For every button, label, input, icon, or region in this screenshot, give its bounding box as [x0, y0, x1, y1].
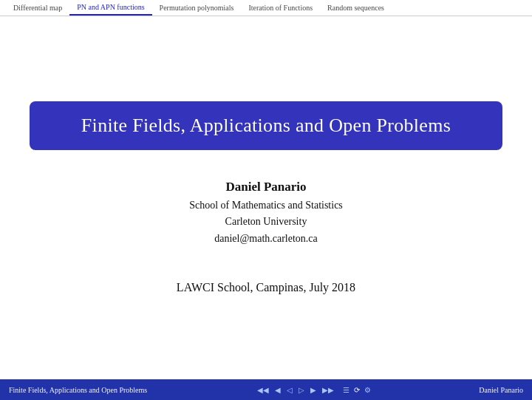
nav-right-button[interactable]: ▷	[297, 386, 306, 394]
footer-right-text: Daniel Panario	[479, 386, 523, 394]
author-affiliation-line1: School of Mathematics and Statistics	[189, 197, 343, 214]
author-name: Daniel Panario	[189, 180, 343, 194]
bottom-bar: Finite Fields, Applications and Open Pro…	[0, 379, 532, 400]
nav-next-button[interactable]: ▶	[309, 386, 318, 394]
nav-iteration-of-functions[interactable]: Iteration of Functions	[241, 0, 320, 16]
author-university: Carleton University	[189, 214, 343, 230]
nav-first-button[interactable]: ◀◀	[256, 386, 270, 394]
search-icon[interactable]: ⟳	[354, 386, 360, 394]
footer-left-text: Finite Fields, Applications and Open Pro…	[9, 386, 147, 394]
settings-icon[interactable]: ⚙	[364, 386, 371, 394]
nav-random-sequences[interactable]: Random sequences	[320, 0, 392, 16]
top-navigation: Differential map PN and APN functions Pe…	[0, 0, 532, 16]
slide-title: Finite Fields, Applications and Open Pro…	[81, 115, 451, 136]
nav-differential-map[interactable]: Differential map	[6, 0, 69, 16]
bookmark-icon[interactable]: ☰	[343, 386, 349, 394]
author-email: daniel@math.carleton.ca	[189, 231, 343, 247]
author-section: Daniel Panario School of Mathematics and…	[189, 180, 343, 247]
slide-title-box: Finite Fields, Applications and Open Pro…	[30, 101, 502, 150]
slide-content: Finite Fields, Applications and Open Pro…	[0, 16, 532, 379]
nav-prev-button[interactable]: ◀	[273, 386, 282, 394]
nav-pn-apn-functions[interactable]: PN and APN functions	[69, 0, 151, 16]
conference-info: LAWCI School, Campinas, July 2018	[177, 281, 355, 294]
conference-section: LAWCI School, Campinas, July 2018	[177, 281, 355, 294]
nav-left-button[interactable]: ◁	[285, 386, 294, 394]
nav-controls: ◀◀ ◀ ◁ ▷ ▶ ▶▶ ☰ ⟳ ⚙	[256, 386, 371, 394]
nav-permutation-polynomials[interactable]: Permutation polynomials	[152, 0, 242, 16]
nav-last-button[interactable]: ▶▶	[321, 386, 335, 394]
